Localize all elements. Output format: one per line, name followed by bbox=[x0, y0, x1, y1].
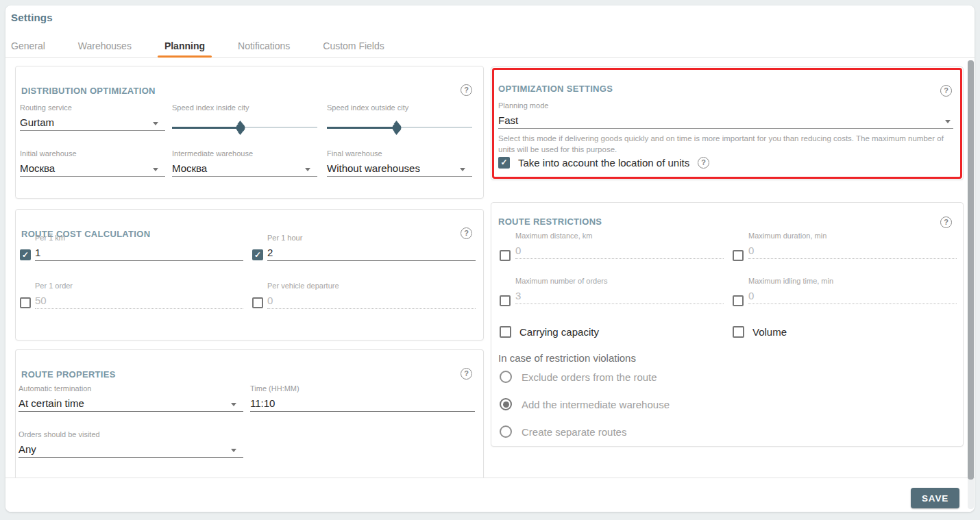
slider-thumb[interactable] bbox=[236, 123, 245, 132]
tab-warehouses[interactable]: Warehouses bbox=[78, 36, 132, 58]
field-label: Intermediate warehouse bbox=[172, 149, 317, 158]
radio-label: Add the intermediate warehouse bbox=[522, 399, 670, 410]
field-label: Time (HH:MM) bbox=[250, 384, 475, 393]
automatic-termination-value[interactable]: At certain time bbox=[19, 397, 243, 412]
slider-fill bbox=[172, 127, 241, 129]
help-icon[interactable]: ? bbox=[940, 85, 952, 97]
card-title: OPTIMIZATION SETTINGS bbox=[498, 84, 613, 94]
per-km-input[interactable]: 1 bbox=[35, 247, 243, 261]
carrying-capacity-row: Carrying capacity bbox=[500, 326, 599, 338]
max-idling-input[interactable]: 0 bbox=[748, 290, 957, 304]
settings-content: DISTRIBUTION OPTIMIZATION ? Routing serv… bbox=[5, 58, 966, 478]
field-label: Speed index inside city bbox=[172, 103, 317, 112]
chevron-down-icon bbox=[231, 403, 236, 406]
planning-mode-select: Planning mode Fast bbox=[498, 101, 953, 129]
tab-planning[interactable]: Planning bbox=[164, 36, 205, 58]
tab-custom-fields[interactable]: Custom Fields bbox=[323, 36, 384, 58]
card-optimization-settings: OPTIMIZATION SETTINGS ? Planning mode Fa… bbox=[491, 66, 964, 180]
field-label: Maximum duration, min bbox=[748, 232, 957, 240]
radio-icon[interactable] bbox=[500, 371, 512, 383]
per-departure-field: Per vehicle departure 0 bbox=[267, 282, 476, 309]
violations-group-label: In case of restriction violations bbox=[498, 352, 636, 364]
per-hour-checkbox[interactable]: ✓ bbox=[252, 249, 263, 260]
field-label: Per vehicle departure bbox=[267, 282, 476, 290]
max-duration-checkbox[interactable] bbox=[733, 250, 744, 261]
card-route-properties: ROUTE PROPERTIES ? Automatic termination… bbox=[15, 349, 484, 478]
max-distance-input[interactable]: 0 bbox=[515, 245, 724, 259]
intermediate-warehouse-value[interactable]: Москва bbox=[172, 162, 317, 177]
field-label: Automatic termination bbox=[19, 384, 243, 393]
radio-label: Exclude orders from the route bbox=[522, 371, 657, 383]
planning-mode-value[interactable]: Fast bbox=[498, 114, 953, 129]
planning-mode-description: Select this mode if delivering goods qui… bbox=[498, 134, 955, 156]
speed-inside-slider[interactable] bbox=[172, 123, 317, 132]
time-input[interactable]: 11:10 bbox=[250, 397, 475, 412]
field-label: Speed index outside city bbox=[327, 103, 472, 112]
per-departure-input[interactable]: 0 bbox=[267, 295, 476, 309]
max-duration-field: Maximum duration, min 0 bbox=[748, 232, 957, 259]
field-label: Per 1 hour bbox=[267, 234, 476, 243]
card-route-restrictions: ROUTE RESTRICTIONS ? Maximum distance, k… bbox=[491, 202, 964, 447]
slider-thumb[interactable] bbox=[392, 123, 401, 132]
max-distance-field: Maximum distance, km 0 bbox=[515, 232, 724, 259]
tab-notifications[interactable]: Notifications bbox=[238, 36, 290, 58]
chevron-down-icon bbox=[305, 168, 310, 171]
field-label: Maximum number of orders bbox=[515, 277, 724, 286]
time-field: Time (HH:MM) 11:10 bbox=[250, 384, 475, 412]
chevron-down-icon bbox=[945, 120, 951, 123]
carrying-capacity-checkbox[interactable] bbox=[500, 326, 511, 338]
final-warehouse-value[interactable]: Without warehouses bbox=[327, 162, 472, 177]
per-departure-checkbox[interactable] bbox=[252, 297, 263, 308]
radio-icon[interactable] bbox=[500, 425, 512, 438]
radio-exclude-orders[interactable]: Exclude orders from the route bbox=[500, 371, 657, 383]
per-order-input[interactable]: 50 bbox=[35, 295, 243, 309]
per-km-field: ✓ Per 1 km 1 bbox=[35, 234, 243, 261]
chevron-down-icon bbox=[153, 168, 158, 171]
field-label: Routing service bbox=[20, 103, 165, 112]
radio-icon[interactable] bbox=[500, 398, 512, 410]
help-icon[interactable]: ? bbox=[698, 157, 709, 169]
radio-create-separate-routes[interactable]: Create separate routes bbox=[500, 425, 626, 438]
speed-inside-field: Speed index inside city bbox=[172, 103, 317, 112]
max-orders-field: Maximum number of orders 3 bbox=[515, 277, 724, 304]
checkbox-label: Take into account the location of units bbox=[518, 157, 689, 169]
slider-fill bbox=[327, 127, 397, 129]
field-label: Orders should be visited bbox=[19, 430, 243, 439]
tab-general[interactable]: General bbox=[11, 36, 45, 58]
save-button[interactable]: SAVE bbox=[911, 488, 959, 508]
field-label: Initial warehouse bbox=[20, 149, 165, 158]
settings-page: Settings General Warehouses Planning Not… bbox=[0, 0, 980, 520]
card-title: DISTRIBUTION OPTIMIZATION bbox=[21, 86, 156, 96]
footer-bar: SAVE bbox=[5, 478, 975, 512]
card-distribution-optimization: DISTRIBUTION OPTIMIZATION ? Routing serv… bbox=[15, 66, 484, 199]
routing-service-select: Routing service Gurtam bbox=[20, 103, 165, 131]
max-duration-input[interactable]: 0 bbox=[748, 245, 957, 259]
orders-visited-value[interactable]: Any bbox=[19, 443, 243, 458]
location-of-units-checkbox[interactable]: ✓ bbox=[498, 157, 510, 169]
per-order-field: Per 1 order 50 bbox=[35, 282, 243, 309]
routing-service-value[interactable]: Gurtam bbox=[20, 116, 165, 131]
card-title: ROUTE RESTRICTIONS bbox=[498, 216, 602, 227]
automatic-termination-select: Automatic termination At certain time bbox=[19, 384, 243, 412]
checkbox-label: Volume bbox=[752, 326, 787, 338]
orders-visited-select: Orders should be visited Any bbox=[19, 430, 243, 458]
help-icon[interactable]: ? bbox=[461, 84, 472, 96]
per-km-checkbox[interactable]: ✓ bbox=[20, 249, 31, 260]
max-idling-field: Maximum idling time, min 0 bbox=[748, 277, 957, 304]
scrollbar-thumb[interactable] bbox=[968, 60, 974, 480]
field-label: Planning mode bbox=[498, 101, 953, 110]
max-orders-checkbox[interactable] bbox=[500, 295, 511, 306]
initial-warehouse-value[interactable]: Москва bbox=[20, 162, 165, 177]
help-icon[interactable]: ? bbox=[461, 368, 472, 380]
settings-panel: Settings General Warehouses Planning Not… bbox=[5, 5, 975, 512]
volume-checkbox[interactable] bbox=[733, 326, 744, 338]
max-idling-checkbox[interactable] bbox=[733, 295, 744, 306]
initial-warehouse-select: Initial warehouse Москва bbox=[20, 149, 165, 177]
per-order-checkbox[interactable] bbox=[20, 297, 31, 308]
help-icon[interactable]: ? bbox=[940, 216, 952, 228]
max-distance-checkbox[interactable] bbox=[500, 250, 511, 261]
speed-outside-slider[interactable] bbox=[327, 123, 472, 132]
per-hour-input[interactable]: 2 bbox=[267, 247, 476, 261]
radio-add-intermediate-warehouse[interactable]: Add the intermediate warehouse bbox=[500, 398, 670, 410]
max-orders-input[interactable]: 3 bbox=[515, 290, 724, 304]
